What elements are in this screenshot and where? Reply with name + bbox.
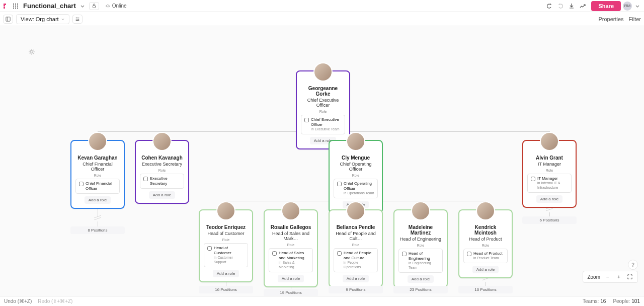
role-label: Role: [204, 238, 248, 242]
card-sales[interactable]: Rosalie Gallegos Head of Sales and Mark……: [264, 209, 318, 287]
role-team: in Product Team: [473, 256, 503, 261]
role-checkbox[interactable]: [402, 252, 407, 256]
person-name: Bellanca Pendle: [334, 224, 378, 230]
positions-badge[interactable]: 6 Positions: [522, 216, 577, 224]
redo-hint[interactable]: Redo (⇧+⌘+Z): [38, 298, 72, 304]
person-title: Head of People and Cult…: [334, 231, 378, 241]
avatar: [88, 132, 107, 151]
role-label: Role: [398, 244, 443, 247]
role-checkbox[interactable]: [79, 182, 84, 186]
add-role-button[interactable]: Add a role: [149, 191, 175, 199]
add-role-button[interactable]: Add a role: [472, 266, 499, 273]
role-team: in Executive Team: [311, 127, 342, 132]
user-avatar[interactable]: RM: [623, 2, 632, 11]
card-product[interactable]: Kendrick Mcintosh Head of Product Role H…: [458, 209, 513, 278]
role-checkbox[interactable]: [304, 118, 309, 122]
app-header: Functional_chart Online Share RM: [0, 0, 644, 12]
role-team: in Sales & Marketing: [279, 261, 309, 270]
role-checkbox[interactable]: [531, 177, 535, 181]
role-label: Role: [140, 169, 184, 172]
person-name: Alvin Grant: [527, 155, 572, 161]
card-cfo[interactable]: Kevan Garaghan Chief Financial Officer R…: [70, 140, 125, 209]
positions-badge[interactable]: 10 Positions: [458, 286, 513, 293]
svg-rect-7: [15, 8, 16, 9]
connection-status: Online: [105, 3, 127, 9]
document-title[interactable]: Functional_chart: [23, 2, 76, 10]
role-item[interactable]: Chief Executive Officer in Executive Tea…: [301, 115, 345, 134]
zoom-fit-button[interactable]: [626, 273, 633, 280]
add-role-button[interactable]: Add a role: [536, 195, 562, 203]
undo-icon[interactable]: [546, 3, 553, 10]
chevron-down-icon[interactable]: [634, 3, 641, 10]
role-item[interactable]: Chief Financial Officer: [75, 179, 120, 194]
app-logo-icon: [3, 3, 9, 9]
zoom-control: Zoom − +: [583, 271, 638, 283]
role-item[interactable]: Head of People and Culture in People Ope…: [334, 248, 378, 272]
lock-button[interactable]: [89, 2, 99, 10]
role-item[interactable]: Head of Customer in Customer Support: [204, 243, 248, 267]
add-role-button[interactable]: Add a role: [408, 275, 434, 283]
card-secretary[interactable]: Cohen Kavanagh Executive Secretary Role …: [135, 140, 189, 204]
zoom-out-button[interactable]: −: [604, 273, 611, 280]
connector: [98, 221, 98, 226]
card-it[interactable]: Alvin Grant IT Manager Role IT Manager i…: [522, 140, 577, 208]
person-title: Head of Customer: [204, 231, 248, 236]
undo-hint[interactable]: Undo (⌘+Z): [4, 298, 32, 304]
card-ceo[interactable]: Georgeanne Gorke Chief Executive Officer…: [296, 70, 350, 149]
role-checkbox[interactable]: [272, 251, 277, 256]
role-title: Executive Secretary: [150, 176, 181, 186]
role-item[interactable]: Chief Operating Officer in Operations Te…: [334, 179, 378, 198]
card-customer[interactable]: Teodor Enriquez Head of Customer Role He…: [199, 209, 253, 282]
positions-badge[interactable]: 19 Positions: [264, 289, 318, 296]
role-item[interactable]: IT Manager in Internal IT & Infrastructu…: [527, 174, 572, 193]
positions-badge[interactable]: 8 Positions: [70, 226, 125, 234]
role-item[interactable]: Executive Secretary: [140, 174, 184, 189]
trend-icon[interactable]: [579, 3, 586, 10]
add-role-button[interactable]: Add a role: [343, 275, 369, 282]
zoom-in-button[interactable]: +: [615, 273, 622, 280]
redo-icon[interactable]: [557, 3, 564, 10]
svg-line-21: [33, 53, 34, 54]
positions-badge[interactable]: 23 Positions: [393, 286, 448, 293]
role-checkbox[interactable]: [467, 252, 471, 256]
connection-status-label: Online: [112, 3, 127, 9]
role-label: Role: [463, 244, 508, 247]
add-role-button[interactable]: Add a role: [85, 196, 111, 204]
connector: [486, 282, 486, 286]
role-checkbox[interactable]: [143, 177, 148, 181]
role-checkbox[interactable]: [337, 182, 342, 186]
positions-badge[interactable]: 16 Positions: [199, 286, 253, 293]
role-item[interactable]: Head of Engineering in Engineering Team: [398, 249, 443, 273]
role-checkbox[interactable]: [207, 246, 212, 251]
role-label: Role: [269, 243, 313, 247]
properties-link[interactable]: Properties: [598, 16, 623, 22]
share-button[interactable]: Share: [591, 1, 621, 11]
role-label: Role: [527, 169, 572, 172]
svg-line-23: [33, 50, 34, 51]
role-item[interactable]: Head of Sales and Marketing in Sales & M…: [269, 248, 313, 272]
card-people[interactable]: Bellanca Pendle Head of People and Cult……: [329, 209, 383, 287]
avatar: [476, 201, 495, 220]
download-icon[interactable]: [568, 3, 575, 10]
collapse-indicator: [94, 216, 101, 220]
person-title: Executive Secretary: [140, 162, 184, 167]
add-role-button[interactable]: Add a role: [278, 275, 304, 282]
add-role-button[interactable]: Add a role: [213, 270, 239, 277]
svg-rect-5: [17, 6, 18, 7]
org-chart-canvas[interactable]: Georgeanne Gorke Chief Executive Officer…: [0, 26, 644, 296]
apps-grid-icon[interactable]: [12, 3, 19, 10]
chevron-down-icon[interactable]: [79, 3, 86, 10]
toggle-panel-button[interactable]: [3, 15, 13, 24]
positions-badge[interactable]: 9 Positions: [329, 286, 383, 293]
role-checkbox[interactable]: [337, 251, 342, 256]
role-item[interactable]: Head of Product in Product Team: [463, 249, 508, 263]
role-label: Role: [334, 174, 378, 177]
help-button[interactable]: ?: [628, 260, 638, 270]
zoom-label: Zoom: [587, 274, 600, 280]
gear-icon[interactable]: [28, 48, 35, 55]
card-engineering[interactable]: Madeleine Martinez Head of Engineering R…: [393, 209, 448, 288]
role-team: in Customer Support: [214, 256, 245, 265]
view-selector[interactable]: View: Org chart: [16, 14, 69, 24]
view-settings-button[interactable]: [72, 15, 83, 24]
filter-link[interactable]: Filter: [629, 16, 641, 22]
